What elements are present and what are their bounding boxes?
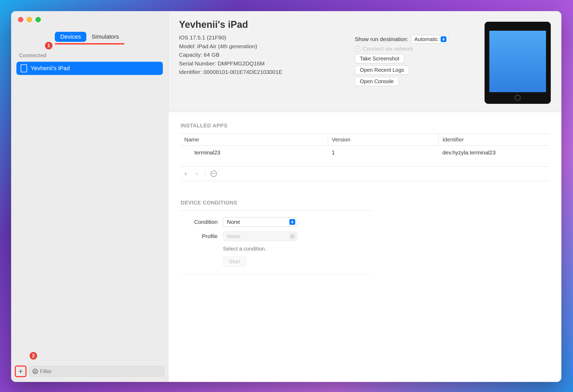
installed-apps-table: Name Version Identifier terminal23 1 dev… — [181, 133, 549, 159]
chevron-updown-icon — [289, 233, 295, 239]
app-identifier: dev.hyzyla.terminal23 — [438, 146, 549, 160]
take-screenshot-button[interactable]: Take Screenshot — [355, 54, 404, 63]
col-version[interactable]: Version — [328, 134, 439, 146]
col-identifier[interactable]: Identifier — [438, 134, 549, 146]
sidebar-device-row[interactable]: Yevhenii's iPad — [16, 62, 163, 75]
condition-select[interactable]: None — [223, 217, 297, 227]
annotation-underline — [55, 43, 124, 44]
condition-hint: Select a condition. — [223, 246, 371, 252]
device-conditions-section: DEVICE CONDITIONS Condition None Profile… — [181, 200, 549, 275]
ipad-figure — [485, 22, 551, 104]
run-destination-select[interactable]: Automatic — [411, 35, 448, 43]
devices-window: Devices Simulators 1 Connected Yevhenii'… — [11, 11, 561, 382]
chevron-updown-icon — [441, 36, 446, 42]
device-identifier: Identifier: 00008101-001E74DE2103001E — [179, 68, 355, 77]
filter-field[interactable] — [29, 366, 164, 377]
table-row[interactable]: terminal23 1 dev.hyzyla.terminal23 — [181, 146, 549, 160]
col-name[interactable]: Name — [181, 134, 328, 146]
filter-icon — [33, 369, 38, 374]
main-body: INSTALLED APPS Name Version Identifier t… — [168, 112, 561, 382]
condition-label: Condition — [181, 219, 218, 225]
device-info: Yevhenii's iPad iOS 17.5.1 (21F90) Model… — [179, 19, 355, 104]
sidebar-section-connected: Connected — [11, 42, 168, 61]
add-button[interactable]: + — [15, 366, 26, 377]
more-actions-button[interactable]: ••• — [211, 171, 217, 177]
close-window-button[interactable] — [18, 17, 23, 22]
installed-apps-heading: INSTALLED APPS — [181, 123, 549, 129]
device-serial: Serial Number: DMPFMG2DQ16M — [179, 59, 355, 68]
device-os: iOS 17.5.1 (21F90) — [179, 33, 355, 42]
app-name: terminal23 — [181, 146, 328, 160]
ipad-home-button-icon — [515, 95, 521, 101]
minimize-window-button[interactable] — [27, 17, 32, 22]
connect-network-checkbox: ✓ — [355, 46, 360, 51]
device-capacity: Capacity: 64 GB — [179, 51, 355, 59]
window-controls — [11, 11, 168, 22]
device-model: Model: iPad Air (4th generation) — [179, 42, 355, 51]
ipad-icon — [21, 64, 27, 72]
profile-label: Profile — [181, 233, 218, 239]
sidebar-tabs: Devices Simulators — [11, 32, 168, 42]
sidebar-device-name: Yevhenii's iPad — [31, 65, 70, 72]
device-image-wrap — [466, 19, 551, 104]
ipad-screen — [489, 31, 546, 92]
profile-value: None — [227, 233, 240, 239]
chevron-updown-icon — [289, 219, 295, 225]
app-version: 1 — [328, 146, 439, 160]
device-header: Yevhenii's iPad iOS 17.5.1 (21F90) Model… — [168, 11, 561, 112]
sidebar: Devices Simulators 1 Connected Yevhenii'… — [11, 11, 168, 382]
tab-devices[interactable]: Devices — [55, 32, 86, 42]
remove-app-button[interactable]: － — [194, 170, 200, 178]
sidebar-footer: + — [11, 363, 168, 382]
annotation-badge-2: 2 — [30, 352, 37, 359]
apps-table-tools: ＋ － ••• — [181, 166, 549, 181]
tab-simulators[interactable]: Simulators — [86, 32, 124, 42]
main-panel: Yevhenii's iPad iOS 17.5.1 (21F90) Model… — [168, 11, 561, 382]
connect-network-label: Connect via network — [363, 46, 413, 52]
run-destination-value: Automatic — [414, 36, 438, 42]
maximize-window-button[interactable] — [35, 17, 41, 22]
add-app-button[interactable]: ＋ — [183, 170, 189, 178]
profile-select: None — [223, 231, 297, 241]
condition-value: None — [227, 219, 240, 225]
device-actions: Show run destination: Automatic ✓ Connec… — [355, 19, 466, 104]
open-console-button[interactable]: Open Console — [355, 77, 399, 86]
device-title: Yevhenii's iPad — [179, 19, 355, 30]
start-button: Start — [223, 257, 246, 266]
annotation-badge-1: 1 — [45, 42, 52, 49]
filter-input[interactable] — [40, 368, 161, 375]
separator — [205, 171, 205, 177]
run-destination-label: Show run destination: — [355, 36, 408, 42]
table-header-row: Name Version Identifier — [181, 134, 549, 146]
open-recent-logs-button[interactable]: Open Recent Logs — [355, 65, 409, 75]
device-conditions-heading: DEVICE CONDITIONS — [181, 200, 549, 206]
